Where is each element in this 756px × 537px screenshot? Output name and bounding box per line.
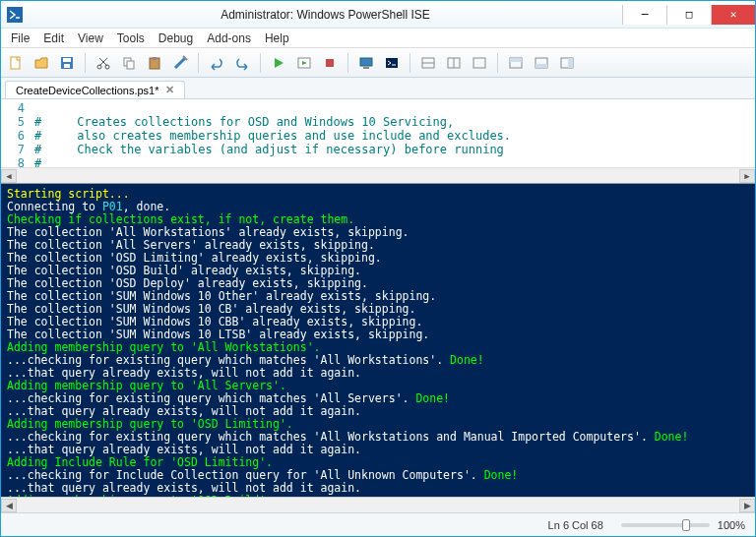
script-tab-bar: CreateDeviceCollections.ps1* ✕: [1, 78, 755, 99]
svg-rect-20: [473, 58, 485, 68]
tab-label: CreateDeviceCollections.ps1*: [16, 85, 159, 96]
app-icon: [7, 7, 23, 23]
cursor-position: Ln 6 Col 68: [548, 519, 603, 531]
svg-rect-13: [360, 58, 372, 66]
menu-view[interactable]: View: [72, 30, 109, 47]
editor-scrollbar[interactable]: ◀ ▶: [1, 167, 755, 183]
svg-rect-4: [64, 64, 70, 68]
clear-button[interactable]: [169, 52, 191, 74]
zoom-thumb[interactable]: [682, 519, 690, 531]
menu-debug[interactable]: Debug: [153, 30, 199, 47]
layout1-button[interactable]: [417, 52, 439, 74]
script-tab[interactable]: CreateDeviceCollections.ps1* ✕: [5, 81, 185, 98]
svg-rect-26: [568, 58, 573, 68]
menu-tools[interactable]: Tools: [111, 30, 151, 47]
scroll-left-icon[interactable]: ◀: [1, 169, 17, 183]
show-command-button[interactable]: [531, 52, 552, 74]
svg-rect-12: [326, 59, 334, 67]
menu-edit[interactable]: Edit: [37, 30, 70, 47]
svg-rect-1: [11, 57, 20, 69]
script-editor[interactable]: 45678910 # Creates collections for OSD a…: [1, 99, 755, 184]
undo-button[interactable]: [206, 52, 227, 74]
scroll-right-icon[interactable]: ▶: [739, 169, 755, 183]
paste-button[interactable]: [144, 52, 165, 74]
run-button[interactable]: [268, 52, 289, 74]
scroll-right-icon[interactable]: ▶: [739, 499, 755, 512]
svg-rect-3: [63, 58, 71, 62]
powershell-button[interactable]: [381, 52, 403, 74]
layout3-button[interactable]: [469, 52, 490, 74]
show-addon-button[interactable]: [556, 52, 578, 74]
status-bar: Ln 6 Col 68 100%: [1, 512, 755, 536]
window-title: Administrator: Windows PowerShell ISE: [29, 8, 622, 22]
window-buttons: ─ □ ✕: [622, 5, 755, 25]
save-button[interactable]: [56, 52, 78, 74]
toolbar-separator: [497, 53, 498, 73]
open-button[interactable]: [31, 52, 52, 74]
svg-rect-15: [386, 58, 398, 68]
toolbar-separator: [347, 53, 348, 73]
toolbar-separator: [85, 53, 86, 73]
svg-rect-24: [536, 64, 547, 68]
console-scrollbar[interactable]: ◀ ▶: [1, 497, 755, 512]
toolbar-separator: [410, 53, 410, 73]
menu-help[interactable]: Help: [259, 30, 295, 47]
redo-button[interactable]: [231, 52, 253, 74]
new-remote-button[interactable]: [355, 52, 377, 74]
tab-close-icon[interactable]: ✕: [165, 84, 174, 96]
copy-button[interactable]: [118, 52, 140, 74]
maximize-button[interactable]: □: [666, 5, 711, 25]
menu-file[interactable]: File: [5, 30, 35, 47]
toolbar-separator: [260, 53, 261, 73]
scroll-left-icon[interactable]: ◀: [1, 499, 17, 512]
zoom-slider[interactable]: [621, 523, 710, 527]
menu-addons[interactable]: Add-ons: [201, 30, 257, 47]
svg-rect-22: [510, 58, 522, 62]
toolbar: [1, 48, 755, 78]
title-bar: Administrator: Windows PowerShell ISE ─ …: [1, 1, 755, 29]
svg-rect-14: [363, 67, 369, 69]
svg-rect-8: [127, 61, 134, 69]
close-button[interactable]: ✕: [711, 5, 755, 25]
stop-button[interactable]: [319, 52, 341, 74]
show-script-button[interactable]: [505, 52, 527, 74]
console-output[interactable]: Starting script... Connecting to P01, do…: [1, 184, 755, 497]
layout2-button[interactable]: [443, 52, 465, 74]
minimize-button[interactable]: ─: [622, 5, 666, 25]
run-selection-button[interactable]: [293, 52, 315, 74]
toolbar-separator: [198, 53, 199, 73]
menu-bar: File Edit View Tools Debug Add-ons Help: [1, 29, 755, 48]
svg-rect-10: [153, 57, 157, 60]
cut-button[interactable]: [93, 52, 114, 74]
new-button[interactable]: [5, 52, 27, 74]
zoom-level: 100%: [718, 519, 745, 531]
